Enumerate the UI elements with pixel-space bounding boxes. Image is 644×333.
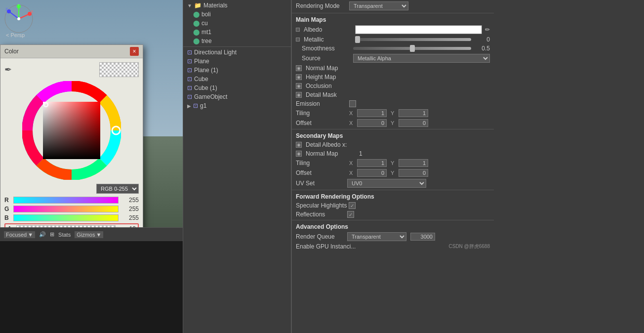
hierarchy-item-label: Plane (194, 58, 209, 65)
list-item[interactable]: ▼ 📁 Materials (183, 1, 291, 10)
list-item[interactable]: ⊡ Plane (183, 57, 291, 66)
obj-icon: ⊡ (187, 58, 192, 65)
dialog-close-button[interactable]: × (130, 47, 139, 56)
a-slider[interactable] (16, 225, 116, 227)
b-slider[interactable] (13, 214, 119, 221)
eyedropper-icon[interactable]: ✒ (4, 64, 12, 75)
normal-map2-checkbox[interactable]: ◉ (296, 151, 302, 157)
viewport-bottom-bar: Focused ▼ 🔊 ⊞ Stats Gizmos ▼ (0, 227, 183, 241)
b-value: 255 (121, 214, 139, 221)
albedo-checkbox[interactable] (296, 28, 300, 32)
audio-icon[interactable]: 🔊 (39, 231, 46, 238)
list-item[interactable]: ⊡ Directional Light (183, 48, 291, 57)
uv-set-label: UV Set (296, 180, 345, 187)
offset-y-input[interactable] (399, 119, 428, 127)
list-item[interactable]: ▶ ⊡ g1 (183, 101, 291, 110)
svg-text:X: X (31, 9, 34, 14)
gizmos-dropdown-arrow: ▼ (96, 232, 101, 238)
a-label: A (7, 225, 13, 227)
list-item[interactable]: ⬤ cu (183, 19, 291, 28)
b-slider-row: B 255 (4, 214, 139, 221)
hierarchy-item-label: cu (201, 20, 208, 27)
list-item[interactable]: ⊡ GameObject (183, 92, 291, 101)
r-slider[interactable] (13, 197, 119, 204)
tiling2-label: Tiling (296, 160, 345, 166)
color-preview (99, 62, 139, 77)
list-item[interactable]: ⬤ boli (183, 10, 291, 19)
hierarchy-item-label: Directional Light (194, 49, 237, 56)
offset-row: Offset X Y (292, 118, 494, 128)
offset2-label: Offset (296, 169, 345, 176)
height-map-label: Height Map (306, 74, 355, 81)
color-wheel[interactable] (22, 81, 121, 180)
obj-icon: ⊡ (187, 93, 192, 100)
offset-x-input[interactable] (357, 119, 387, 127)
g-slider[interactable] (13, 206, 119, 212)
detail-mask-checkbox[interactable]: ◉ (296, 92, 302, 98)
obj-icon: ⊡ (187, 67, 192, 74)
uv-set-select[interactable]: UV0 (347, 179, 426, 188)
normal-map2-label: Normal Map (306, 150, 355, 157)
smoothness-slider[interactable] (353, 47, 471, 50)
height-map-checkbox[interactable]: ◉ (296, 74, 302, 80)
a-value: 12 (119, 225, 136, 227)
svg-point-7 (17, 17, 20, 20)
gizmos-dropdown[interactable]: Gizmos ▼ (75, 231, 103, 238)
dialog-title: Color (4, 48, 19, 55)
list-item[interactable]: ⬤ mt1 (183, 28, 291, 37)
main-maps-header: Main Maps (292, 14, 494, 24)
advanced-options-header: Advanced Options (292, 221, 494, 231)
metallic-label: Metallic (304, 36, 353, 43)
tiling-y-input[interactable] (399, 109, 428, 117)
detail-albedo-checkbox[interactable]: ◉ (296, 142, 302, 148)
reflections-checkbox[interactable]: ✓ (347, 211, 354, 218)
metallic-checkbox[interactable] (296, 38, 300, 42)
reflections-label: Reflections (296, 211, 345, 218)
render-queue-number[interactable] (410, 233, 435, 241)
persp-label: < Persp (6, 32, 25, 38)
obj-icon: ⊡ (187, 84, 192, 91)
specular-checkbox[interactable]: ✓ (349, 202, 356, 209)
list-item[interactable]: ⬤ tree (183, 37, 291, 45)
svg-rect-13 (43, 102, 100, 159)
source-select[interactable]: Metallic Alpha (353, 54, 490, 63)
occlusion-label: Occlusion (306, 83, 355, 89)
metallic-slider[interactable] (355, 38, 471, 41)
smoothness-value: 0.5 (475, 45, 490, 52)
list-item[interactable]: ⊡ Cube (1) (183, 83, 291, 92)
render-queue-select[interactable]: Transparent (347, 232, 406, 241)
list-item[interactable]: ⊡ Plane (1) (183, 66, 291, 75)
color-format-select[interactable]: RGB 0-255 (96, 184, 139, 194)
viewport-gizmo[interactable]: X Y Z (4, 4, 34, 34)
tiling2-x-input[interactable] (357, 159, 387, 167)
offset2-row: Offset X Y (292, 168, 494, 178)
material-icon: ⬤ (193, 11, 200, 18)
offset2-y-input[interactable] (399, 169, 428, 177)
gizmos-label: Gizmos (77, 232, 95, 238)
focused-dropdown[interactable]: Focused ▼ (4, 231, 35, 238)
tiling-x-input[interactable] (357, 109, 387, 117)
tiling2-y-input[interactable] (399, 159, 428, 167)
render-queue-label: Render Queue (296, 233, 345, 240)
specular-label: Specular Highlights (296, 202, 347, 209)
occlusion-checkbox[interactable]: ◉ (296, 83, 302, 89)
offset2-x-input[interactable] (357, 169, 387, 177)
b-label: B (4, 214, 10, 221)
hierarchy-list: ▼ 📁 Materials ⬤ boli ⬤ cu ⬤ mt1 ⬤ tree (183, 0, 291, 111)
list-item[interactable]: ⊡ Cube (183, 75, 291, 83)
albedo-picker-icon[interactable]: ✏ (485, 26, 490, 33)
emission-checkbox[interactable] (349, 100, 356, 107)
hierarchy-item-label: mt1 (201, 29, 211, 36)
rendering-mode-select[interactable]: Transparent (349, 1, 408, 10)
hierarchy-item-label: Materials (203, 2, 228, 9)
albedo-color-bar[interactable] (355, 25, 482, 34)
display-icon[interactable]: ⊞ (50, 231, 54, 238)
detail-albedo-label: Detail Albedo x: (306, 141, 355, 148)
dialog-title-bar: Color × (0, 45, 143, 58)
rendering-mode-row: Rendering Mode Transparent (292, 0, 494, 12)
normal-map-checkbox[interactable]: ◉ (296, 65, 302, 71)
source-label: Source (302, 55, 351, 62)
stats-label[interactable]: Stats (58, 232, 71, 238)
3d-viewport[interactable]: X Y Z < Persp Color × ✒ (0, 0, 183, 227)
gpu-instancing-label: Enable GPU Instanci... (296, 243, 356, 250)
